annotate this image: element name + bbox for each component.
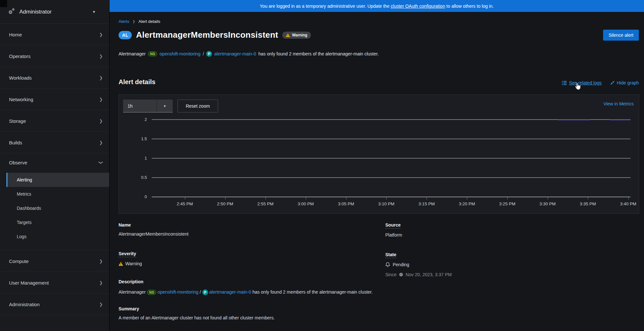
bell-icon: [385, 262, 390, 267]
sidebar: ⚙⚙ Administrator ▾ Home ❯ Operators ❯ Wo…: [0, 0, 110, 331]
severity-badge: Warning: [282, 32, 311, 39]
warning-triangle-icon: [119, 262, 123, 266]
x-axis-tick: [225, 197, 226, 200]
globe-icon: [399, 272, 403, 277]
breadcrumb-current: Alert details: [139, 19, 160, 24]
x-axis-tick: [588, 197, 588, 200]
sidebar-item-home[interactable]: Home ❯: [0, 24, 109, 45]
sidebar-item-alerting[interactable]: Alerting: [6, 173, 109, 187]
source-label: Source: [385, 222, 617, 229]
chevron-right-icon: ❯: [99, 97, 103, 102]
x-axis-label: 3:05 PM: [338, 201, 354, 206]
state-value: Pending: [385, 261, 617, 268]
x-axis-label: 2:55 PM: [257, 201, 274, 206]
namespace-badge: NS: [147, 290, 156, 295]
y-axis-label: 1: [129, 156, 147, 161]
cogs-icon: ⚙⚙: [8, 9, 15, 15]
sidebar-item-metrics[interactable]: Metrics: [6, 187, 109, 201]
x-axis-tick: [346, 197, 346, 200]
chevron-down-icon: ❯: [99, 161, 103, 164]
state-since: Since Nov 20, 2023, 3:37 PM: [385, 272, 617, 277]
x-axis-label: 3:15 PM: [418, 201, 435, 206]
chart-gridline: [152, 158, 630, 159]
series-segment: [610, 119, 630, 120]
chart-gridline: [152, 197, 630, 197]
sidebar-item-networking[interactable]: Networking ❯: [0, 89, 109, 110]
pod-badge: P: [202, 289, 208, 295]
x-axis-label: 3:20 PM: [459, 201, 475, 206]
sidebar-item-compute[interactable]: Compute ❯: [0, 250, 109, 272]
cluster-oauth-configuration-link[interactable]: cluster OAuth configuration: [391, 4, 445, 9]
chevron-right-icon: ❯: [99, 259, 103, 264]
x-axis-tick: [386, 197, 387, 200]
chart-gridline: [152, 177, 630, 178]
see-related-logs-link[interactable]: See related logs: [562, 80, 601, 85]
breadcrumb: Alerts ❯ Alert details: [119, 19, 160, 24]
x-axis-tick: [185, 197, 185, 200]
pod-link[interactable]: alertmanager-main-0: [214, 51, 256, 56]
openshift-console: ⚙⚙ Administrator ▾ Home ❯ Operators ❯ Wo…: [0, 0, 644, 331]
y-axis-label: 0: [129, 194, 147, 199]
hide-graph-link[interactable]: Hide graph: [610, 80, 639, 85]
chevron-right-icon: ❯: [99, 75, 103, 80]
chevron-right-icon: ❯: [99, 280, 103, 285]
sidebar-item-targets[interactable]: Targets: [6, 215, 109, 229]
x-axis-label: 2:50 PM: [217, 201, 233, 206]
namespace-link[interactable]: openshift-monitoring: [159, 51, 200, 56]
description-label: Description: [119, 279, 387, 284]
x-axis-label: 3:10 PM: [378, 201, 394, 206]
breadcrumb-separator-icon: ❯: [132, 20, 135, 23]
compress-icon: [610, 81, 615, 85]
sidebar-item-administration[interactable]: Administration ❯: [0, 294, 109, 315]
source-value: Platform: [385, 232, 617, 238]
sidebar-item-user-management[interactable]: User Management ❯: [0, 272, 109, 294]
x-axis-tick: [467, 197, 467, 200]
namespace-link[interactable]: openshift-monitoring: [158, 289, 198, 295]
sidebar-item-operators[interactable]: Operators ❯: [0, 45, 109, 67]
alert-resource-badge: AL: [119, 31, 132, 39]
x-axis-label: 3:35 PM: [580, 201, 596, 206]
chart-plot[interactable]: 00.511.522:45 PM2:50 PM2:55 PM3:00 PM3:0…: [152, 120, 630, 197]
view-in-metrics-link[interactable]: View in Metrics: [603, 101, 634, 106]
reset-zoom-button[interactable]: Reset zoom: [178, 100, 218, 112]
sidebar-item-storage[interactable]: Storage ❯: [0, 110, 109, 132]
timespan-dropdown[interactable]: 1h ▾: [123, 100, 173, 112]
warning-triangle-icon: [286, 33, 290, 37]
alert-message: Alertmanager NS openshift-monitoring / P…: [119, 51, 379, 57]
chevron-right-icon: ❯: [99, 140, 103, 145]
x-axis-tick: [628, 197, 629, 200]
breadcrumb-alerts-link[interactable]: Alerts: [119, 19, 129, 24]
timespan-value: 1h: [123, 100, 157, 112]
alert-graph-panel: 1h ▾ Reset zoom View in Metrics 00.511.5…: [119, 94, 639, 214]
silence-alert-button[interactable]: Silence alert: [603, 30, 639, 41]
chevron-right-icon: ❯: [99, 119, 103, 123]
caret-down-icon: ▾: [93, 9, 95, 14]
alert-details-heading: Alert details: [119, 78, 155, 86]
page-title: AlertmanagerMembersInconsistent: [136, 30, 278, 40]
pod-link[interactable]: alertmanager-main-0: [209, 289, 251, 295]
x-axis-tick: [507, 197, 508, 200]
pod-badge: P: [206, 51, 212, 57]
x-axis-label: 3:25 PM: [499, 201, 515, 206]
name-label: Name: [119, 222, 387, 228]
sidebar-item-dashboards[interactable]: Dashboards: [6, 201, 109, 215]
chart-gridline: [152, 139, 630, 139]
section-links: See related logs Hide graph: [562, 80, 639, 85]
sidebar-item-workloads[interactable]: Workloads ❯: [0, 67, 109, 89]
x-axis-label: 3:30 PM: [539, 201, 555, 206]
x-axis-tick: [427, 197, 427, 200]
severity-value: Warning: [119, 260, 387, 267]
temp-admin-banner: You are logged in as a temporary adminis…: [110, 0, 644, 12]
namespace-badge: NS: [148, 51, 157, 56]
banner-text-before: You are logged in as a temporary adminis…: [260, 4, 391, 9]
y-axis-label: 0.5: [129, 175, 147, 180]
perspective-switcher[interactable]: ⚙⚙ Administrator ▾: [0, 0, 109, 24]
sidebar-item-logs[interactable]: Logs: [6, 229, 109, 244]
sidebar-item-builds[interactable]: Builds ❯: [0, 132, 109, 153]
main-content: Alerts ❯ Alert details AL AlertmanagerMe…: [110, 12, 644, 331]
sidebar-item-observe[interactable]: Observe ❯: [0, 153, 109, 171]
chevron-right-icon: ❯: [99, 54, 103, 59]
dropdown-caret-icon: ▾: [157, 100, 173, 112]
perspective-label: Administrator: [19, 9, 52, 15]
details-right-column: Source Platform State Pending Since Nov …: [385, 222, 617, 277]
